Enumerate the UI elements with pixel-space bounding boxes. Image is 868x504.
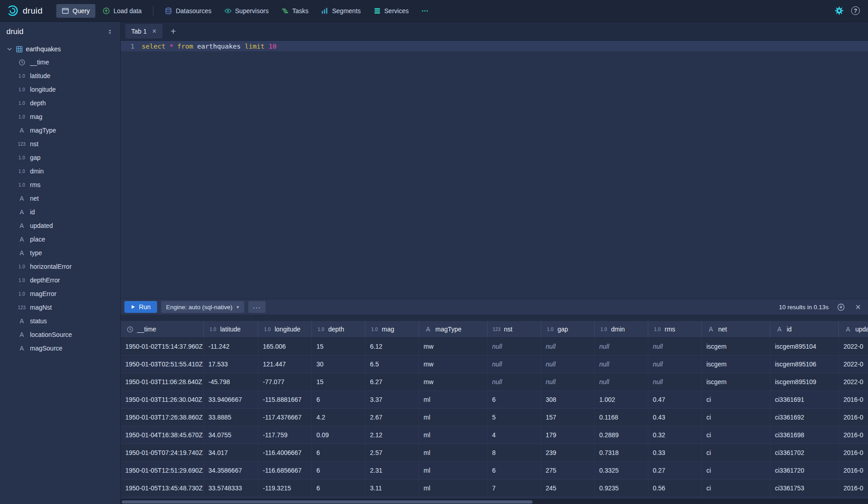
column-header-rms[interactable]: 1.0rms: [648, 321, 702, 337]
table-cell[interactable]: 8: [488, 444, 541, 461]
table-cell[interactable]: 1950-01-05T07:24:19.740Z: [121, 444, 204, 461]
table-cell[interactable]: ci: [702, 409, 770, 426]
table-cell[interactable]: 6.12: [365, 338, 419, 355]
table-cell[interactable]: ci3361753: [770, 479, 839, 497]
gear-icon[interactable]: [835, 6, 843, 15]
table-cell[interactable]: ci: [702, 391, 770, 408]
column-item-longitude[interactable]: 1.0longitude: [0, 83, 120, 96]
table-cell[interactable]: 1950-01-03T02:51:55.410Z: [121, 356, 204, 373]
table-cell[interactable]: -11.242: [204, 338, 258, 355]
nav-item-segments[interactable]: Segments: [316, 4, 366, 18]
table-cell[interactable]: -119.3215: [258, 479, 312, 497]
table-cell[interactable]: 157: [541, 409, 595, 426]
table-cell[interactable]: 3.37: [365, 391, 419, 408]
column-header-longitude[interactable]: 1.0longitude: [258, 321, 312, 337]
column-item-updated[interactable]: Aupdated: [0, 219, 120, 232]
table-cell[interactable]: 0.32: [648, 426, 702, 444]
table-cell[interactable]: 1950-01-05T12:51:29.690Z: [121, 462, 204, 479]
table-cell[interactable]: 2022-0: [839, 356, 868, 373]
table-cell[interactable]: 33.5748333: [204, 479, 258, 497]
column-item-__time[interactable]: __time: [0, 55, 120, 69]
column-header-dmin[interactable]: 1.0dmin: [595, 321, 648, 337]
table-cell[interactable]: 1950-01-03T17:26:38.860Z: [121, 409, 204, 426]
table-cell[interactable]: null: [595, 356, 648, 373]
table-cell[interactable]: mw: [419, 356, 488, 373]
download-icon[interactable]: [834, 303, 848, 311]
table-cell[interactable]: 2.31: [365, 462, 419, 479]
table-cell[interactable]: ml: [419, 479, 488, 497]
table-cell[interactable]: 2022-0: [839, 373, 868, 390]
nav-item-more[interactable]: [416, 4, 434, 18]
column-header-magType[interactable]: AmagType: [419, 321, 488, 337]
table-cell[interactable]: iscgem895109: [770, 373, 839, 390]
table-cell[interactable]: iscgem895104: [770, 338, 839, 355]
column-header-depth[interactable]: 1.0depth: [312, 321, 365, 337]
column-header-gap[interactable]: 1.0gap: [541, 321, 595, 337]
scrollbar-thumb[interactable]: [122, 500, 533, 504]
column-item-magSource[interactable]: AmagSource: [0, 341, 120, 355]
close-results-icon[interactable]: ×: [852, 302, 864, 311]
column-header-__time[interactable]: __time: [121, 321, 204, 337]
table-cell[interactable]: ml: [419, 462, 488, 479]
tab-tab1[interactable]: Tab 1 ×: [125, 24, 163, 39]
table-cell[interactable]: null: [595, 373, 648, 390]
table-cell[interactable]: -116.4006667: [258, 444, 312, 461]
table-cell[interactable]: 2016-0: [839, 409, 868, 426]
nav-item-datasources[interactable]: Datasources: [159, 4, 217, 18]
table-cell[interactable]: 245: [541, 479, 595, 497]
table-cell[interactable]: 0.9235: [595, 479, 648, 497]
column-item-status[interactable]: Astatus: [0, 314, 120, 328]
table-cell[interactable]: 3.11: [365, 479, 419, 497]
table-cell[interactable]: 34.017: [204, 444, 258, 461]
table-cell[interactable]: ml: [419, 409, 488, 426]
table-cell[interactable]: -116.6856667: [258, 462, 312, 479]
druid-logo[interactable]: druid: [6, 5, 43, 17]
nav-item-supervisors[interactable]: Supervisors: [219, 4, 274, 18]
table-cell[interactable]: 0.09: [312, 426, 365, 444]
table-cell[interactable]: 5: [488, 409, 541, 426]
table-cell[interactable]: 2016-0: [839, 426, 868, 444]
table-cell[interactable]: 239: [541, 444, 595, 461]
table-cell[interactable]: 2.12: [365, 426, 419, 444]
column-header-nst[interactable]: 123nst: [488, 321, 541, 337]
table-cell[interactable]: ci3361702: [770, 444, 839, 461]
table-cell[interactable]: -115.8881667: [258, 391, 312, 408]
table-cell[interactable]: 2.67: [365, 409, 419, 426]
column-item-depthError[interactable]: 1.0depthError: [0, 273, 120, 287]
column-item-nst[interactable]: 123nst: [0, 137, 120, 151]
column-item-horizontalError[interactable]: 1.0horizontalError: [0, 260, 120, 273]
table-cell[interactable]: 33.9406667: [204, 391, 258, 408]
table-cell[interactable]: mw: [419, 373, 488, 390]
nav-item-tasks[interactable]: Tasks: [276, 4, 314, 18]
table-cell[interactable]: ci3361698: [770, 426, 839, 444]
table-cell[interactable]: null: [488, 338, 541, 355]
table-cell[interactable]: null: [595, 338, 648, 355]
table-cell[interactable]: iscgem: [702, 373, 770, 390]
table-cell[interactable]: 6: [488, 462, 541, 479]
table-cell[interactable]: 1950-01-05T13:45:48.730Z: [121, 479, 204, 497]
table-cell[interactable]: ci: [702, 462, 770, 479]
table-cell[interactable]: 1950-01-04T16:38:45.670Z: [121, 426, 204, 444]
table-cell[interactable]: ci: [702, 444, 770, 461]
table-cell[interactable]: ci: [702, 479, 770, 497]
engine-select[interactable]: Engine: auto (sql-native) ▾: [161, 301, 244, 313]
column-item-locationSource[interactable]: AlocationSource: [0, 328, 120, 341]
schema-selector[interactable]: druid: [0, 22, 120, 42]
table-cell[interactable]: 165.006: [258, 338, 312, 355]
column-header-mag[interactable]: 1.0mag: [365, 321, 419, 337]
column-item-magError[interactable]: 1.0magError: [0, 287, 120, 301]
table-cell[interactable]: ci3361720: [770, 462, 839, 479]
table-cell[interactable]: ci3361692: [770, 409, 839, 426]
table-cell[interactable]: null: [648, 356, 702, 373]
table-cell[interactable]: null: [541, 356, 595, 373]
table-cell[interactable]: 0.33: [648, 444, 702, 461]
table-cell[interactable]: iscgem: [702, 356, 770, 373]
run-button[interactable]: Run: [124, 301, 157, 313]
column-item-magType[interactable]: AmagType: [0, 124, 120, 137]
column-item-depth[interactable]: 1.0depth: [0, 96, 120, 110]
table-cell[interactable]: 0.2889: [595, 426, 648, 444]
query-more-button[interactable]: ···: [248, 301, 266, 313]
table-cell[interactable]: 7: [488, 479, 541, 497]
table-cell[interactable]: 0.1168: [595, 409, 648, 426]
table-cell[interactable]: 1950-01-03T11:06:28.640Z: [121, 373, 204, 390]
